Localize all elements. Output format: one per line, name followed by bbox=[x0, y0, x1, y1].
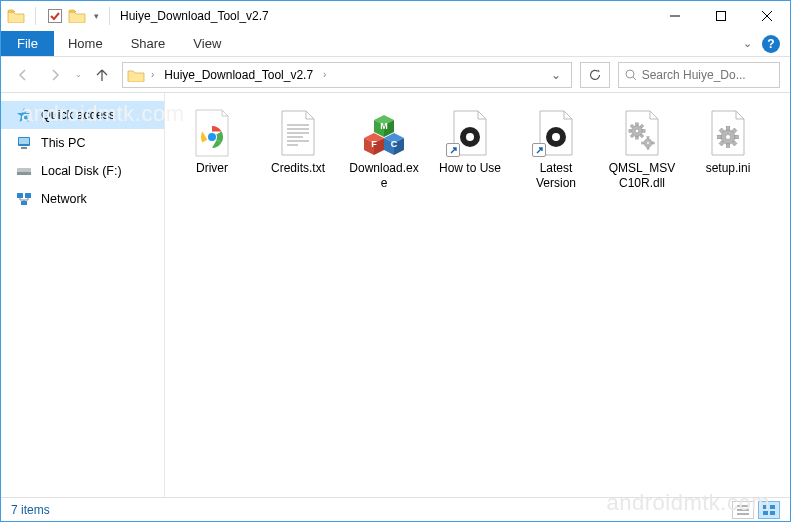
svg-rect-8 bbox=[19, 138, 29, 144]
window-title: Huiye_Download_Tool_v2.7 bbox=[120, 9, 269, 23]
expand-ribbon-icon[interactable]: ⌄ bbox=[743, 37, 752, 50]
svg-rect-61 bbox=[763, 505, 768, 509]
svg-rect-0 bbox=[49, 10, 62, 23]
pc-icon bbox=[15, 134, 33, 152]
cubes-icon: M F C bbox=[360, 109, 408, 157]
svg-text:F: F bbox=[371, 139, 377, 149]
checkbox-icon[interactable] bbox=[46, 7, 64, 25]
back-button[interactable] bbox=[11, 63, 35, 87]
body: Quick access This PC Local Disk (F:) Net… bbox=[1, 93, 790, 497]
svg-rect-44 bbox=[647, 137, 649, 139]
file-label: Credits.txt bbox=[271, 161, 325, 176]
search-input[interactable] bbox=[642, 68, 773, 82]
svg-rect-46 bbox=[642, 142, 644, 144]
chevron-right-icon[interactable]: › bbox=[151, 69, 154, 80]
svg-point-5 bbox=[626, 70, 634, 78]
file-item[interactable]: Driver bbox=[175, 107, 249, 203]
file-tab[interactable]: File bbox=[1, 31, 54, 56]
sidebar-item-local-disk[interactable]: Local Disk (F:) bbox=[1, 157, 164, 185]
up-button[interactable] bbox=[90, 63, 114, 87]
sidebar-item-quick-access[interactable]: Quick access bbox=[1, 101, 164, 129]
sidebar-item-label: Quick access bbox=[41, 108, 115, 122]
svg-rect-2 bbox=[717, 12, 726, 21]
svg-point-43 bbox=[647, 142, 650, 145]
svg-rect-37 bbox=[642, 130, 645, 133]
svg-rect-53 bbox=[735, 135, 739, 139]
close-button[interactable] bbox=[744, 1, 790, 31]
svg-rect-34 bbox=[636, 123, 639, 126]
details-view-button[interactable] bbox=[732, 501, 754, 519]
tab-home[interactable]: Home bbox=[54, 31, 117, 56]
disk-icon bbox=[15, 162, 33, 180]
tab-share[interactable]: Share bbox=[117, 31, 180, 56]
tab-label: View bbox=[193, 36, 221, 51]
shortcut-icon bbox=[532, 109, 580, 157]
ini-icon bbox=[704, 109, 752, 157]
window-controls bbox=[652, 1, 790, 31]
file-label: setup.ini bbox=[706, 161, 751, 176]
minimize-button[interactable] bbox=[652, 1, 698, 31]
sidebar-item-network[interactable]: Network bbox=[1, 185, 164, 213]
file-item[interactable]: Credits.txt bbox=[261, 107, 335, 203]
shortcut-arrow-icon bbox=[532, 143, 546, 157]
shortcut-arrow-icon bbox=[446, 143, 460, 157]
chevron-right-icon[interactable]: › bbox=[323, 69, 326, 80]
svg-rect-45 bbox=[647, 147, 649, 149]
svg-rect-14 bbox=[25, 193, 31, 198]
svg-point-18 bbox=[208, 133, 216, 141]
qat-dropdown-icon[interactable]: ▾ bbox=[90, 11, 103, 21]
sidebar-item-label: Network bbox=[41, 192, 87, 206]
qat-divider bbox=[35, 7, 36, 25]
sidebar-item-label: This PC bbox=[41, 136, 85, 150]
maximize-button[interactable] bbox=[698, 1, 744, 31]
sidebar-item-label: Local Disk (F:) bbox=[41, 164, 122, 178]
text-file-icon bbox=[274, 109, 322, 157]
chrome-icon bbox=[188, 109, 236, 157]
status-text: 7 items bbox=[11, 503, 50, 517]
file-item[interactable]: setup.ini bbox=[691, 107, 765, 203]
tab-label: Home bbox=[68, 36, 103, 51]
svg-rect-51 bbox=[726, 144, 730, 148]
history-dropdown-icon[interactable]: ⌄ bbox=[75, 70, 82, 79]
forward-button[interactable] bbox=[43, 63, 67, 87]
svg-text:C: C bbox=[391, 139, 398, 149]
svg-line-6 bbox=[633, 77, 636, 81]
breadcrumb-folder[interactable]: Huiye_Download_Tool_v2.7 bbox=[160, 68, 317, 82]
file-item[interactable]: Latest Version bbox=[519, 107, 593, 203]
file-label: Latest Version bbox=[521, 161, 591, 191]
address-bar[interactable]: › Huiye_Download_Tool_v2.7 › ⌄ bbox=[122, 62, 572, 88]
svg-rect-15 bbox=[21, 201, 27, 205]
svg-rect-13 bbox=[17, 193, 23, 198]
svg-rect-52 bbox=[718, 135, 722, 139]
file-item[interactable]: How to Use bbox=[433, 107, 507, 203]
file-label: QMSL_MSVC10R.dll bbox=[607, 161, 677, 191]
address-dropdown-icon[interactable]: ⌄ bbox=[545, 68, 567, 82]
svg-rect-50 bbox=[726, 127, 730, 131]
sidebar-item-this-pc[interactable]: This PC bbox=[1, 129, 164, 157]
svg-text:M: M bbox=[380, 121, 388, 131]
ribbon-right: ⌄ ? bbox=[743, 31, 790, 56]
ribbon-tabs: File Home Share View ⌄ ? bbox=[1, 31, 790, 57]
svg-point-33 bbox=[635, 129, 639, 133]
file-item[interactable]: M F C Download.exe bbox=[347, 107, 421, 203]
breadcrumb-label: Huiye_Download_Tool_v2.7 bbox=[164, 68, 313, 82]
svg-point-49 bbox=[726, 135, 731, 140]
icons-view-button[interactable] bbox=[758, 501, 780, 519]
folder-icon bbox=[68, 7, 86, 25]
refresh-button[interactable] bbox=[580, 62, 610, 88]
search-box[interactable] bbox=[618, 62, 780, 88]
svg-point-29 bbox=[466, 133, 474, 141]
help-button[interactable]: ? bbox=[762, 35, 780, 53]
svg-rect-36 bbox=[629, 130, 632, 133]
svg-rect-63 bbox=[763, 511, 768, 515]
svg-rect-47 bbox=[652, 142, 654, 144]
file-list[interactable]: Driver Credits.txt bbox=[165, 93, 790, 497]
svg-point-12 bbox=[28, 173, 30, 175]
search-icon bbox=[625, 69, 636, 81]
star-icon bbox=[15, 106, 33, 124]
file-item[interactable]: QMSL_MSVC10R.dll bbox=[605, 107, 679, 203]
svg-rect-62 bbox=[770, 505, 775, 509]
file-label: Download.exe bbox=[349, 161, 419, 191]
tab-view[interactable]: View bbox=[179, 31, 235, 56]
folder-icon bbox=[7, 7, 25, 25]
